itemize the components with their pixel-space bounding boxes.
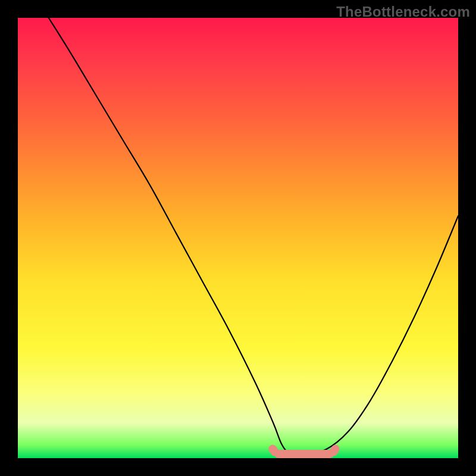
optimum-highlight-bar (274, 450, 334, 458)
plot-area (18, 18, 458, 458)
curve-path (49, 18, 458, 455)
chart-frame: TheBottleneck.com (0, 0, 476, 476)
bottleneck-curve (18, 18, 458, 458)
